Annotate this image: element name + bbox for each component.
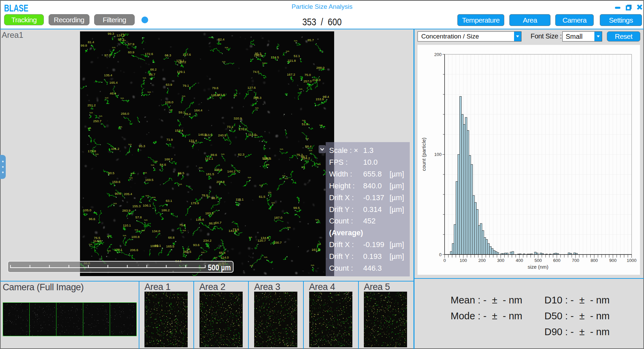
- svg-text:N/A: N/A: [266, 163, 270, 166]
- svg-text:N/A: N/A: [282, 174, 286, 177]
- svg-text:86.5: 86.5: [209, 221, 216, 225]
- svg-text:N/A: N/A: [141, 229, 145, 232]
- svg-text:N/A: N/A: [294, 39, 298, 42]
- svg-text:N/A: N/A: [305, 137, 309, 140]
- svg-text:90.8: 90.8: [115, 192, 122, 195]
- svg-text:288.0: 288.0: [316, 66, 325, 70]
- svg-text:0: 0: [439, 252, 441, 257]
- svg-text:100.9: 100.9: [150, 244, 159, 248]
- svg-text:66.8: 66.8: [168, 236, 175, 239]
- svg-text:N/A: N/A: [255, 107, 259, 109]
- svg-text:N/A: N/A: [99, 115, 103, 117]
- svg-text:136.6: 136.6: [196, 218, 204, 221]
- svg-text:79.1: 79.1: [183, 84, 189, 87]
- svg-text:700: 700: [572, 258, 579, 263]
- svg-text:63.1: 63.1: [166, 199, 172, 203]
- svg-text:N/A: N/A: [254, 134, 258, 136]
- svg-text:175.1: 175.1: [176, 59, 185, 62]
- svg-text:64.7: 64.7: [215, 221, 221, 224]
- svg-text:63.9: 63.9: [166, 83, 172, 86]
- svg-text:90.5: 90.5: [108, 171, 115, 175]
- svg-text:N/A: N/A: [302, 119, 306, 122]
- svg-text:100.7: 100.7: [273, 241, 282, 244]
- svg-text:N/A: N/A: [249, 236, 252, 238]
- svg-text:N/A: N/A: [287, 226, 291, 229]
- svg-text:221.8: 221.8: [288, 59, 296, 62]
- svg-text:84.6: 84.6: [160, 163, 166, 166]
- svg-text:N/A: N/A: [271, 202, 275, 204]
- svg-text:85.7: 85.7: [307, 38, 314, 42]
- svg-text:N/A: N/A: [135, 229, 138, 231]
- svg-text:N/A: N/A: [105, 97, 109, 99]
- svg-text:51.9: 51.9: [302, 122, 308, 126]
- svg-text:N/A: N/A: [112, 46, 116, 49]
- svg-text:82.4: 82.4: [218, 37, 225, 41]
- svg-text:164.4: 164.4: [194, 108, 203, 112]
- svg-text:126.0: 126.0: [165, 100, 173, 104]
- svg-text:120.7: 120.7: [258, 239, 266, 242]
- svg-text:200: 200: [478, 258, 486, 263]
- svg-text:N/A: N/A: [129, 177, 133, 179]
- svg-text:135.4: 135.4: [104, 73, 112, 77]
- svg-text:N/A: N/A: [113, 202, 117, 205]
- svg-text:N/A: N/A: [262, 62, 266, 64]
- svg-text:73.1: 73.1: [227, 125, 233, 129]
- svg-text:187.0: 187.0: [274, 216, 283, 219]
- svg-text:166.7: 166.7: [164, 157, 173, 161]
- svg-text:121.1: 121.1: [205, 157, 213, 160]
- svg-text:99.3: 99.3: [108, 32, 114, 35]
- svg-text:105.0: 105.0: [83, 208, 91, 212]
- svg-text:74.5: 74.5: [253, 70, 260, 74]
- svg-text:N/A: N/A: [221, 153, 225, 155]
- svg-text:176.1: 176.1: [114, 248, 123, 251]
- svg-text:N/A: N/A: [107, 235, 111, 237]
- svg-text:109.9: 109.9: [214, 168, 222, 171]
- svg-text:106.1: 106.1: [143, 204, 151, 207]
- svg-text:N/A: N/A: [259, 184, 263, 186]
- svg-text:79.6: 79.6: [212, 86, 219, 90]
- svg-text:251.2: 251.2: [87, 103, 96, 107]
- svg-text:N/A: N/A: [131, 172, 134, 174]
- svg-text:N/A: N/A: [207, 195, 211, 198]
- svg-text:N/A: N/A: [311, 264, 315, 266]
- svg-text:234.2: 234.2: [203, 239, 212, 242]
- svg-text:82.3: 82.3: [238, 153, 245, 156]
- svg-text:N/A: N/A: [123, 39, 126, 42]
- svg-text:N/A: N/A: [143, 77, 146, 79]
- svg-text:99.5: 99.5: [293, 206, 300, 210]
- svg-text:500: 500: [534, 258, 542, 263]
- svg-text:N/A: N/A: [319, 124, 323, 126]
- svg-text:75.0: 75.0: [304, 73, 311, 77]
- svg-text:214.0: 214.0: [312, 78, 321, 82]
- svg-text:N/A: N/A: [285, 177, 288, 180]
- svg-text:124.5: 124.5: [271, 55, 279, 59]
- svg-text:95.3: 95.3: [139, 144, 145, 148]
- svg-text:600: 600: [553, 258, 561, 263]
- svg-text:57.9: 57.9: [128, 42, 134, 46]
- svg-text:N/A: N/A: [318, 243, 321, 245]
- svg-text:500 µm: 500 µm: [208, 263, 231, 272]
- svg-text:900: 900: [609, 258, 617, 263]
- svg-text:N/A: N/A: [88, 127, 91, 129]
- svg-text:N/A: N/A: [268, 191, 272, 194]
- svg-text:N/A: N/A: [128, 143, 132, 145]
- svg-text:N/A: N/A: [317, 163, 321, 165]
- svg-text:250.7: 250.7: [93, 119, 102, 123]
- svg-text:206.6: 206.6: [130, 248, 138, 252]
- svg-text:N/A: N/A: [250, 264, 253, 267]
- svg-text:300: 300: [497, 258, 505, 263]
- svg-text:159.6: 159.6: [112, 180, 120, 184]
- svg-text:172.6: 172.6: [145, 52, 153, 56]
- svg-text:N/A: N/A: [201, 251, 205, 253]
- svg-text:N/A: N/A: [123, 234, 127, 237]
- svg-text:101.2: 101.2: [111, 147, 119, 151]
- svg-text:176.2: 176.2: [239, 127, 247, 131]
- svg-text:66.3: 66.3: [165, 53, 171, 57]
- svg-text:124.1: 124.1: [116, 33, 125, 37]
- svg-text:57.8: 57.8: [135, 215, 142, 219]
- svg-text:N/A: N/A: [199, 166, 203, 169]
- svg-text:100: 100: [434, 152, 442, 157]
- svg-text:93.6: 93.6: [193, 243, 200, 247]
- svg-text:N/A: N/A: [237, 169, 241, 172]
- svg-text:N/A: N/A: [301, 166, 305, 168]
